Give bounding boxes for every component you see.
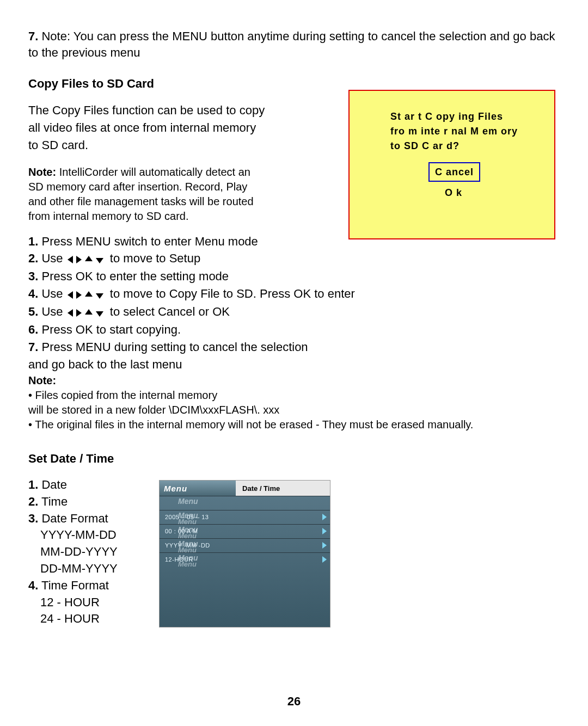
menu-tab: Menu [160, 481, 236, 496]
menu-row-spacer: Menu [160, 496, 330, 510]
chevron-right-icon [322, 528, 327, 534]
intro-step7: 7. Note: You can press the MENU button a… [28, 28, 561, 60]
dialog-question: St ar t C opy ing Files fro m inte r nal… [390, 109, 543, 153]
chevron-right-icon [322, 514, 327, 520]
page-number: 26 [0, 693, 588, 710]
dialog-ok-button[interactable]: O k [445, 186, 543, 199]
note-bullet2: • The original files in the internal mem… [28, 417, 561, 432]
menu-row-date[interactable]: 2005 – 05 – 13MenuMenu [160, 510, 330, 524]
dialog-line2: fro m inte r nal M em ory [390, 124, 543, 139]
date-format-2: MM-DD-YYYY [40, 544, 137, 561]
step-6: 6. Press OK to start copying. [28, 322, 561, 338]
section-datetime-title: Set Date / Time [28, 451, 561, 467]
menu-row-timeformat[interactable]: 12-HOURMenuMenu [160, 552, 330, 567]
copy-dialog-box: St ar t C opy ing Files fro m inte r nal… [348, 90, 555, 239]
step-2: 2. Use to move to Setup [28, 250, 561, 267]
chevron-right-icon [322, 556, 327, 563]
step-7: 7. Press MENU during setting to cancel t… [28, 339, 561, 355]
dt-item-1: 1. Date [28, 477, 137, 494]
notes-header: Note: [28, 373, 561, 388]
note-bullet1: • Files copied from the internal memory [28, 388, 561, 403]
menu-row-dateformat[interactable]: YYYY -MM -DDMenuMenu [160, 538, 330, 552]
menu-row-time[interactable]: 00 : 00 A MMenuMenu [160, 524, 330, 538]
step-4: 4. Use to move to Copy File to SD. Press… [28, 286, 561, 303]
arrow-icons [68, 251, 106, 268]
dt-item-4: 4. Time Format [28, 577, 137, 594]
step7-num: 7. [28, 29, 38, 43]
copy-steps-list: 1. Press MENU switch to enter Menu mode … [28, 233, 561, 373]
datetime-list: 1. Date 2. Time 3. Date Format YYYY-MM-D… [28, 477, 137, 627]
chevron-right-icon [322, 542, 327, 549]
date-format-1: YYYY-MM-DD [40, 527, 137, 544]
menu-title-tab: Date / Time [236, 481, 330, 496]
arrow-icons [68, 305, 106, 321]
notes-block: Note: • Files copied from the internal m… [28, 373, 561, 432]
step7-text: Note: You can press the MENU button anyt… [28, 29, 555, 59]
step-5: 5. Use to select Cancel or OK [28, 304, 561, 321]
step-3: 3. Press OK to enter the setting mode [28, 268, 561, 285]
dt-item-3: 3. Date Format [28, 510, 137, 527]
dialog-line1: St ar t C opy ing Files [390, 109, 543, 124]
step-7-cont: and go back to the last menu [28, 356, 561, 373]
time-format-1: 12 - HOUR [40, 594, 137, 611]
copy-intro-text: The Copy Files function can be used to c… [28, 102, 268, 154]
note-bullet1-cont: will be stored in a new folder \DCIM\xxx… [28, 403, 561, 417]
intellicorder-note: Note: IntelliCorder will automatically d… [28, 165, 268, 224]
dialog-cancel-button[interactable]: C ancel [428, 162, 480, 182]
time-format-2: 24 - HOUR [40, 611, 137, 627]
menu-ui-header: Menu Date / Time [160, 481, 330, 496]
intellicorder-note-text: IntelliCorder will automatically detect … [28, 166, 254, 222]
datetime-menu-screenshot: Menu Date / Time Menu 2005 – 05 – 13Menu… [159, 480, 330, 627]
dt-item-2: 2. Time [28, 494, 137, 510]
dialog-line3: to SD C ar d? [390, 139, 543, 153]
date-format-3: DD-MM-YYYY [40, 561, 137, 577]
datetime-block: 1. Date 2. Time 3. Date Format YYYY-MM-D… [28, 477, 561, 627]
note-label: Note: [28, 166, 56, 178]
arrow-icons [68, 286, 106, 303]
